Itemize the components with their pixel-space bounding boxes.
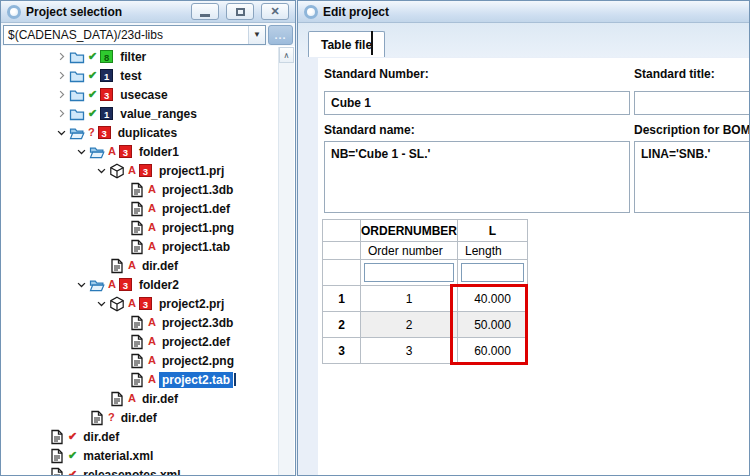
tree-item-label: project2.def — [159, 334, 233, 350]
chevron-right-icon[interactable] — [54, 70, 69, 81]
tree-item-dir-def[interactable]: ?dir.def — [2, 408, 278, 427]
count-badge: 3 — [100, 88, 113, 101]
file-icon — [129, 315, 145, 331]
filter-cell-num — [323, 260, 361, 286]
status-a-red-icon: A — [148, 203, 156, 214]
folder-open-icon — [69, 125, 85, 141]
tree-item-project1-def[interactable]: Aproject1.def — [2, 199, 278, 218]
status-a-red-icon: A — [108, 279, 116, 290]
cell-ordernumber[interactable]: 3 — [361, 338, 458, 364]
count-badge: 3 — [119, 145, 132, 158]
count-badge: 3 — [139, 164, 152, 177]
tree-item-label: duplicates — [115, 125, 180, 141]
app-logo-icon — [304, 5, 318, 19]
cell-ordernumber[interactable]: 2 — [361, 312, 458, 338]
standard-number-label: Standard Number: — [324, 67, 429, 81]
file-icon — [129, 220, 145, 236]
tree-item-project1-3db[interactable]: Aproject1.3db — [2, 180, 278, 199]
count-badge: 3 — [139, 297, 152, 310]
row-number-cell: 3 — [323, 338, 361, 364]
filter-input-ordernumber[interactable] — [364, 263, 454, 282]
tree-item-usecase[interactable]: ✔3usecase — [2, 85, 278, 104]
cell-length[interactable]: 40.000 — [458, 286, 528, 312]
library-path-combobox[interactable]: $(CADENAS_DATA)/23d-libs ▼ — [3, 25, 266, 45]
status-check-red-icon: ✔ — [68, 469, 77, 475]
browse-button[interactable]: ... — [268, 25, 293, 45]
tree-item-folder2[interactable]: A3folder2 — [2, 275, 278, 294]
tree-item-duplicates[interactable]: ?3duplicates — [2, 123, 278, 142]
standard-title-input[interactable] — [634, 91, 750, 115]
filter-input-length[interactable] — [461, 263, 524, 282]
cell-ordernumber[interactable]: 1 — [361, 286, 458, 312]
status-a-red-icon: A — [128, 260, 136, 271]
maximize-icon — [236, 8, 245, 16]
scroll-up-icon[interactable]: ∧ — [279, 47, 294, 63]
chevron-down-icon[interactable] — [54, 127, 69, 138]
tree-item-project1-tab[interactable]: Aproject1.tab — [2, 237, 278, 256]
standard-name-textarea[interactable]: NB='Cube 1 - SL.' — [324, 141, 630, 213]
cube-icon — [109, 296, 125, 312]
status-a-red-icon: A — [108, 146, 116, 157]
path-row: $(CADENAS_DATA)/23d-libs ▼ ... — [1, 23, 295, 46]
file-icon — [129, 372, 145, 388]
tree-item-test[interactable]: ✔1test — [2, 66, 278, 85]
library-path-value: $(CADENAS_DATA)/23d-libs — [4, 28, 248, 42]
tree-item-material-xml[interactable]: ✔material.xml — [2, 446, 278, 465]
corner-subheader-cell — [323, 242, 361, 260]
tree-item-dir-def[interactable]: Adir.def — [2, 389, 278, 408]
tree-item-label: project1.png — [159, 220, 237, 236]
tree-item-project1-png[interactable]: Aproject1.png — [2, 218, 278, 237]
cell-length[interactable]: 60.000 — [458, 338, 528, 364]
tree-scrollbar[interactable]: ∧ — [278, 47, 294, 475]
tree-item-project2-def[interactable]: Aproject2.def — [2, 332, 278, 351]
chevron-down-icon[interactable] — [74, 146, 89, 157]
combobox-dropdown-icon[interactable]: ▼ — [248, 26, 265, 44]
project-selection-title: Project selection — [26, 5, 122, 19]
tree-item-project1-prj[interactable]: A3project1.prj — [2, 161, 278, 180]
tree-item-value-ranges[interactable]: ✔1value_ranges — [2, 104, 278, 123]
edit-project-titlebar[interactable]: Edit project — [298, 1, 749, 23]
row-number-cell: 2 — [323, 312, 361, 338]
tree-item-project2-prj[interactable]: A3project2.prj — [2, 294, 278, 313]
tree-item-releasenotes-xml[interactable]: ✔releasenotes.xml — [2, 465, 278, 475]
edit-caret — [234, 373, 236, 386]
count-badge: 1 — [100, 69, 113, 82]
tab-table-file[interactable]: Table file — [308, 31, 385, 57]
maximize-button[interactable] — [226, 3, 254, 20]
status-a-red-icon: A — [148, 184, 156, 195]
tree-item-project2-3db[interactable]: Aproject2.3db — [2, 313, 278, 332]
standard-number-input[interactable] — [324, 91, 630, 115]
status-check-red-icon: ✔ — [68, 431, 77, 442]
filter-cell — [458, 260, 528, 286]
tree-item-folder1[interactable]: A3folder1 — [2, 142, 278, 161]
status-a-red-icon: A — [148, 317, 156, 328]
file-icon — [49, 467, 65, 476]
tree-item-filter[interactable]: ✔8filter — [2, 47, 278, 66]
minimize-button[interactable] — [191, 3, 219, 20]
form-panel: Standard Number: Standard title: Standar… — [318, 58, 749, 475]
chevron-down-icon[interactable] — [74, 279, 89, 290]
chevron-right-icon[interactable] — [54, 51, 69, 62]
description-bom-textarea[interactable]: LINA='SNB.' — [634, 141, 750, 213]
tree-item-project2-tab[interactable]: Aproject2.tab — [2, 370, 278, 389]
status-check-green-icon: ✔ — [88, 89, 97, 100]
tree-item-label: project2.tab — [159, 372, 233, 388]
tree-item-dir-def[interactable]: Adir.def — [2, 256, 278, 275]
file-icon — [129, 182, 145, 198]
cell-length[interactable]: 50.000 — [458, 312, 528, 338]
chevron-right-icon[interactable] — [54, 89, 69, 100]
tree-item-project2-png[interactable]: Aproject2.png — [2, 351, 278, 370]
chevron-down-icon[interactable] — [94, 298, 109, 309]
chevron-right-icon[interactable] — [54, 108, 69, 119]
tree-item-label: project2.png — [159, 353, 237, 369]
text-cursor — [371, 31, 373, 55]
tree-item-label: folder2 — [136, 277, 182, 293]
project-selection-titlebar[interactable]: Project selection ✕ — [1, 1, 295, 23]
tree-item-label: dir.def — [139, 258, 181, 274]
close-button[interactable]: ✕ — [261, 3, 289, 20]
tree-item-dir-def[interactable]: ✔dir.def — [2, 427, 278, 446]
tree-item-label: usecase — [117, 87, 170, 103]
chevron-down-icon[interactable] — [94, 165, 109, 176]
status-question-red-icon: ? — [108, 412, 115, 423]
file-icon — [129, 353, 145, 369]
